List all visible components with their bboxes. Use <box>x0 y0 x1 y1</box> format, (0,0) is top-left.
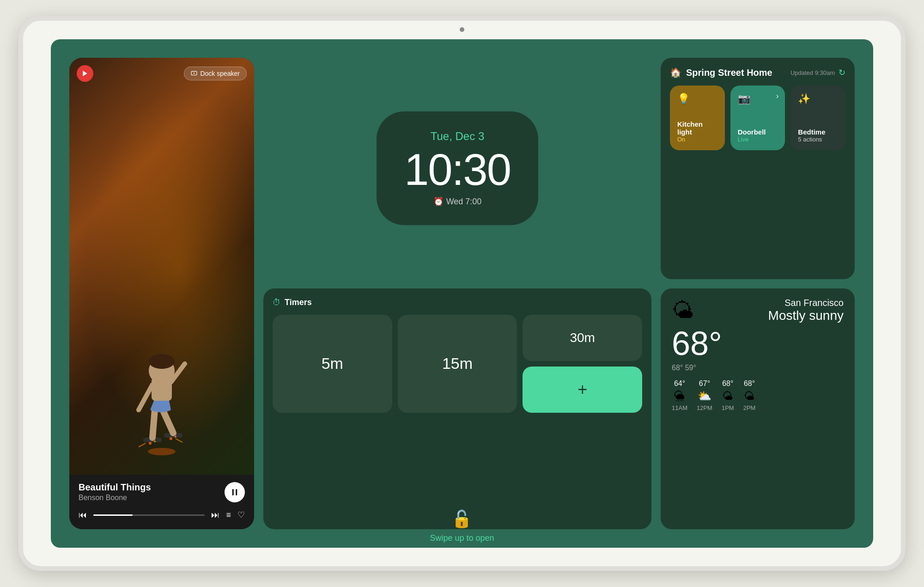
timers-card[interactable]: ⏱ Timers 5m 15m 30m + <box>263 288 651 530</box>
svg-point-11 <box>154 440 156 442</box>
svg-line-15 <box>176 439 182 442</box>
smarthome-header: 🏠 Spring Street Home Updated 9:30am ↻ <box>670 67 845 78</box>
weather-header: 🌤 San Francisco Mostly sunny <box>672 298 844 323</box>
weather-card[interactable]: 🌤 San Francisco Mostly sunny 68° 68° 59°… <box>661 288 855 530</box>
doorbell-tile[interactable]: 📷 › Doorbell Live <box>730 86 785 150</box>
timer-30m-button[interactable]: 30m <box>523 315 642 361</box>
weather-main-icon: 🌤 <box>672 298 694 323</box>
weather-description: Mostly sunny <box>768 308 844 323</box>
youtube-music-icon[interactable] <box>77 65 93 82</box>
music-artist: Benson Boone <box>79 494 151 502</box>
forecast-icon-1pm: 🌤 <box>722 390 733 403</box>
music-info: Beautiful Things Benson Boone <box>69 475 254 506</box>
forecast-time-2pm: 2PM <box>743 404 756 411</box>
svg-rect-19 <box>232 489 234 495</box>
weather-temp-main: 68° <box>672 327 844 360</box>
forecast-time-12pm: 12PM <box>697 404 712 411</box>
clock-widget[interactable]: Tue, Dec 3 10:30 ⏰ Wed 7:00 <box>377 111 538 225</box>
lock-icon: 🔓 <box>451 509 472 529</box>
music-album-art: Dock speaker <box>69 58 254 475</box>
forecast-time-11am: 11AM <box>672 404 687 411</box>
svg-rect-20 <box>236 489 237 495</box>
home-icon: 🏠 <box>670 67 681 78</box>
forecast-temp-11am: 64° <box>674 379 685 388</box>
forecast-icon-2pm: 🌤 <box>744 390 755 403</box>
pause-button[interactable] <box>225 482 245 502</box>
clock-time: 10:30 <box>404 147 511 192</box>
svg-point-9 <box>149 354 175 369</box>
timer-add-button[interactable]: + <box>523 367 642 413</box>
light-bulb-icon: 💡 <box>677 93 717 105</box>
weather-location: San Francisco <box>768 298 844 308</box>
forecast-11am: 64° 🌦 11AM <box>672 379 687 411</box>
screen: Dock speaker Beautiful Things Benson Boo… <box>51 39 873 548</box>
music-top-controls: Dock speaker <box>77 65 247 82</box>
lock-text: Swipe up to open <box>430 533 494 543</box>
tablet-frame: Dock speaker Beautiful Things Benson Boo… <box>18 16 906 571</box>
weather-forecast: 64° 🌦 11AM 67° ⛅ 12PM 68° 🌤 1PM 68° 🌤 <box>672 379 844 411</box>
smarthome-updated: Updated 9:30am <box>790 69 835 76</box>
bedtime-status: 5 actions <box>798 136 838 143</box>
skater-figure <box>116 318 208 456</box>
svg-line-3 <box>152 410 155 438</box>
like-button[interactable]: ♡ <box>237 510 245 520</box>
refresh-icon[interactable]: ↻ <box>839 67 845 78</box>
weather-hilo: 68° 59° <box>672 364 844 372</box>
progress-bar[interactable] <box>93 514 205 516</box>
clock-date: Tue, Dec 3 <box>431 130 485 143</box>
kitchen-status: On <box>677 136 717 143</box>
kitchen-label: Kitchen light <box>677 120 717 136</box>
alarm-icon: ⏰ <box>433 196 444 207</box>
queue-button[interactable]: ≡ <box>226 510 231 520</box>
bedtime-tile[interactable]: ✨ Bedtime 5 actions <box>790 86 845 150</box>
timers-title: Timers <box>285 298 312 307</box>
prev-track-button[interactable]: ⏮ <box>79 510 87 520</box>
music-controls: ⏮ ⏭ ≡ ♡ <box>69 506 254 529</box>
next-track-button[interactable]: ⏭ <box>211 510 219 520</box>
chevron-right-icon: › <box>776 92 778 100</box>
forecast-temp-12pm: 67° <box>699 379 710 388</box>
forecast-temp-1pm: 68° <box>722 379 733 388</box>
doorbell-label: Doorbell <box>738 128 778 136</box>
lock-screen-footer[interactable]: 🔓 Swipe up to open <box>430 509 494 543</box>
progress-fill <box>93 514 133 516</box>
svg-line-6 <box>139 385 152 410</box>
forecast-icon-11am: 🌦 <box>674 390 685 403</box>
timers-header: ⏱ Timers <box>273 298 642 307</box>
bedtime-label: Bedtime <box>798 128 838 136</box>
svg-point-13 <box>175 436 176 438</box>
forecast-12pm: 67° ⛅ 12PM <box>697 379 712 411</box>
svg-point-10 <box>149 442 152 445</box>
svg-point-18 <box>194 73 195 73</box>
dock-speaker-badge[interactable]: Dock speaker <box>184 67 247 80</box>
doorbell-status: Live <box>738 136 778 143</box>
music-title: Beautiful Things <box>79 482 151 493</box>
svg-point-0 <box>148 448 176 455</box>
smarthome-card[interactable]: 🏠 Spring Street Home Updated 9:30am ↻ 💡 … <box>661 58 855 279</box>
kitchen-light-tile[interactable]: 💡 Kitchen light On <box>670 86 725 150</box>
forecast-1pm: 68° 🌤 1PM <box>722 379 734 411</box>
forecast-2pm: 68° 🌤 2PM <box>743 379 756 411</box>
svg-point-12 <box>170 437 172 440</box>
smarthome-title: Spring Street Home <box>686 67 772 78</box>
forecast-icon-12pm: ⛅ <box>698 390 711 403</box>
svg-line-14 <box>139 443 146 447</box>
timer-5m-button[interactable]: 5m <box>273 315 392 413</box>
music-card[interactable]: Dock speaker Beautiful Things Benson Boo… <box>69 58 254 529</box>
smarthome-tiles: 💡 Kitchen light On 📷 › Doorbell Live <box>670 86 845 150</box>
sparkle-icon: ✨ <box>798 93 838 105</box>
clock-card: Tue, Dec 3 10:30 ⏰ Wed 7:00 <box>263 58 651 279</box>
forecast-temp-2pm: 68° <box>744 379 755 388</box>
camera-icon: 📷 <box>738 93 778 105</box>
clock-alarm: ⏰ Wed 7:00 <box>433 196 482 207</box>
svg-marker-16 <box>83 71 87 76</box>
camera <box>460 27 464 32</box>
timer-icon: ⏱ <box>273 298 281 307</box>
timer-15m-button[interactable]: 15m <box>398 315 517 413</box>
timers-grid: 5m 15m 30m + <box>273 315 642 413</box>
forecast-time-1pm: 1PM <box>722 404 734 411</box>
